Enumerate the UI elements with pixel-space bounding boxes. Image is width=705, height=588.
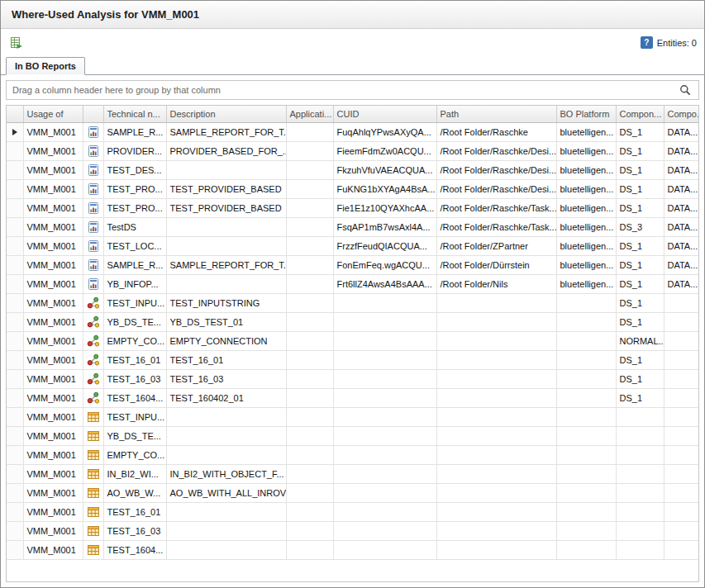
cell-path[interactable]: /Root Folder/Raschke/Desi... [436, 160, 556, 179]
cell-component[interactable] [616, 521, 664, 540]
cell-path[interactable] [436, 369, 556, 388]
cell-technical[interactable]: TEST_LOC... [103, 236, 166, 255]
cell-technical[interactable]: TEST_DES... [103, 160, 166, 179]
table-row[interactable]: VMM_M001AO_WB_W...AO_WB_WITH_ALL_INROV [7, 483, 699, 502]
cell-usage[interactable]: VMM_M001 [23, 331, 83, 350]
cell-bo_platform[interactable] [556, 331, 616, 350]
cell-component[interactable]: DS_1 [616, 255, 664, 274]
cell-component[interactable] [616, 407, 664, 426]
cell-component2[interactable] [664, 426, 699, 445]
cell-description[interactable] [166, 160, 286, 179]
cell-path[interactable]: /Root Folder/Raschke/Desi... [436, 141, 556, 160]
cell-component2[interactable]: DATA... [664, 179, 699, 198]
cell-path[interactable] [436, 464, 556, 483]
cell-cuid[interactable] [333, 540, 436, 559]
column-header-description[interactable]: Description [166, 106, 286, 122]
cell-description[interactable] [166, 445, 286, 464]
column-header-application[interactable]: Applicati... [286, 106, 333, 122]
table-row[interactable]: VMM_M001TEST_INPU... [7, 407, 699, 426]
cell-icon[interactable] [83, 141, 103, 160]
cell-icon[interactable] [83, 388, 103, 407]
row-indicator-cell[interactable] [7, 445, 23, 464]
cell-usage[interactable]: VMM_M001 [23, 217, 83, 236]
cell-cuid[interactable]: FuKNG1bXYAgA4BsA... [333, 179, 436, 198]
cell-technical[interactable]: SAMPLE_R... [103, 255, 166, 274]
cell-technical[interactable]: EMPTY_CO... [103, 445, 166, 464]
cell-usage[interactable]: VMM_M001 [23, 445, 83, 464]
cell-application[interactable] [286, 236, 333, 255]
cell-icon[interactable] [83, 350, 103, 369]
cell-component2[interactable]: DATA... [664, 255, 699, 274]
table-row[interactable]: VMM_M001EMPTY_CO...EMPTY_CONNECTIONNORMA… [7, 331, 699, 350]
cell-cuid[interactable] [333, 521, 436, 540]
cell-component2[interactable]: DATA... [664, 122, 699, 141]
cell-technical[interactable]: TEST_16_01 [103, 502, 166, 521]
cell-technical[interactable]: EMPTY_CO... [103, 331, 166, 350]
row-indicator-cell[interactable] [7, 179, 23, 198]
cell-cuid[interactable] [333, 331, 436, 350]
cell-application[interactable] [286, 255, 333, 274]
row-indicator-cell[interactable] [7, 502, 23, 521]
cell-bo_platform[interactable] [556, 426, 616, 445]
cell-icon[interactable] [83, 540, 103, 559]
cell-icon[interactable] [83, 483, 103, 502]
column-header-cuid[interactable]: CUID [333, 106, 436, 122]
cell-component2[interactable] [664, 312, 699, 331]
cell-bo_platform[interactable] [556, 350, 616, 369]
cell-component[interactable]: DS_1 [616, 350, 664, 369]
cell-technical[interactable]: SAMPLE_R... [103, 122, 166, 141]
cell-bo_platform[interactable] [556, 521, 616, 540]
table-row[interactable]: VMM_M001TEST_16_03TEST_16_03DS_1 [7, 369, 699, 388]
cell-application[interactable] [286, 198, 333, 217]
cell-icon[interactable] [83, 331, 103, 350]
cell-icon[interactable] [83, 217, 103, 236]
row-indicator-cell[interactable] [7, 483, 23, 502]
row-indicator-cell[interactable] [7, 293, 23, 312]
table-row[interactable]: VMM_M001SAMPLE_R...SAMPLE_REPORT_FOR_T..… [7, 255, 699, 274]
cell-path[interactable] [436, 350, 556, 369]
cell-icon[interactable] [83, 445, 103, 464]
row-indicator-cell[interactable] [7, 274, 23, 293]
cell-application[interactable] [286, 407, 333, 426]
table-row[interactable]: VMM_M001TEST_16_01 [7, 502, 699, 521]
row-indicator-cell[interactable] [7, 255, 23, 274]
cell-bo_platform[interactable]: bluetelligen... [556, 179, 616, 198]
cell-icon[interactable] [83, 426, 103, 445]
row-indicator-cell[interactable] [7, 217, 23, 236]
cell-bo_platform[interactable] [556, 483, 616, 502]
row-indicator-cell[interactable] [7, 312, 23, 331]
cell-bo_platform[interactable] [556, 312, 616, 331]
table-row[interactable]: VMM_M001TEST_LOC...FrzzfFeudQIACQUA.../R… [7, 236, 699, 255]
cell-icon[interactable] [83, 312, 103, 331]
cell-description[interactable]: TEST_PROVIDER_BASED [166, 198, 286, 217]
cell-application[interactable] [286, 312, 333, 331]
cell-usage[interactable]: VMM_M001 [23, 540, 83, 559]
cell-application[interactable] [286, 521, 333, 540]
cell-application[interactable] [286, 426, 333, 445]
cell-cuid[interactable] [333, 388, 436, 407]
cell-bo_platform[interactable] [556, 445, 616, 464]
cell-component[interactable] [616, 540, 664, 559]
cell-component[interactable]: NORMAL... [616, 331, 664, 350]
cell-usage[interactable]: VMM_M001 [23, 407, 83, 426]
cell-technical[interactable]: TEST_16_01 [103, 350, 166, 369]
cell-description[interactable]: SAMPLE_REPORT_FOR_T... [166, 122, 286, 141]
cell-usage[interactable]: VMM_M001 [23, 483, 83, 502]
cell-usage[interactable]: VMM_M001 [23, 179, 83, 198]
cell-description[interactable] [166, 217, 286, 236]
cell-usage[interactable]: VMM_M001 [23, 293, 83, 312]
cell-component2[interactable]: DATA... [664, 236, 699, 255]
cell-technical[interactable]: TEST_PRO... [103, 198, 166, 217]
row-indicator-cell[interactable] [7, 198, 23, 217]
cell-path[interactable]: /Root Folder/Dürrstein [436, 255, 556, 274]
cell-bo_platform[interactable] [556, 407, 616, 426]
cell-component2[interactable]: DATA... [664, 160, 699, 179]
cell-bo_platform[interactable] [556, 540, 616, 559]
cell-bo_platform[interactable]: bluetelligen... [556, 122, 616, 141]
cell-component[interactable]: DS_1 [616, 293, 664, 312]
cell-icon[interactable] [83, 122, 103, 141]
cell-cuid[interactable]: Frt6llZ4AwsA4BsAAA... [333, 274, 436, 293]
cell-description[interactable] [166, 426, 286, 445]
cell-component[interactable]: DS_1 [616, 388, 664, 407]
cell-bo_platform[interactable] [556, 388, 616, 407]
